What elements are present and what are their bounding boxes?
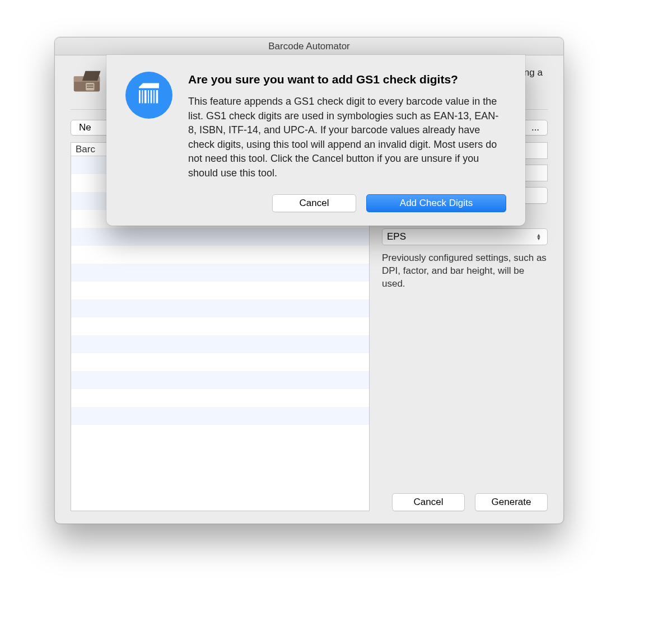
chevron-updown-icon: ▲▼: [535, 233, 543, 240]
table-row[interactable]: [71, 228, 369, 246]
window-title: Barcode Automator: [268, 41, 350, 52]
barcode-app-icon: [125, 72, 172, 119]
table-row[interactable]: [71, 282, 369, 300]
sheet-title: Are you sure you want to add GS1 check d…: [188, 72, 506, 87]
table-row[interactable]: [71, 389, 369, 407]
generate-button[interactable]: Generate: [475, 493, 548, 511]
table-row[interactable]: [71, 300, 369, 317]
svg-rect-7: [142, 90, 143, 103]
sheet-body: This feature appends a GS1 check digit t…: [188, 95, 506, 180]
titlebar[interactable]: Barcode Automator: [55, 38, 563, 55]
table-row[interactable]: [71, 371, 369, 389]
svg-rect-11: [153, 90, 155, 103]
cancel-button[interactable]: Cancel: [392, 493, 465, 511]
app-icon: [71, 67, 103, 99]
sheet-confirm-button[interactable]: Add Check Digits: [366, 194, 506, 212]
table-row[interactable]: [71, 246, 369, 264]
svg-rect-9: [148, 90, 149, 103]
svg-rect-4: [87, 85, 94, 86]
bottom-buttons: Cancel Generate: [382, 482, 548, 511]
sheet-buttons: Cancel Add Check Digits: [125, 194, 506, 212]
svg-rect-6: [139, 90, 141, 103]
output-format-value: EPS: [387, 231, 406, 242]
output-format-select[interactable]: EPS ▲▼: [382, 228, 548, 245]
sheet-cancel-button[interactable]: Cancel: [272, 194, 356, 212]
table-row[interactable]: [71, 425, 369, 443]
confirm-sheet: Are you sure you want to add GS1 check d…: [106, 55, 525, 226]
table-row[interactable]: [71, 335, 369, 353]
table-row[interactable]: [71, 264, 369, 282]
table-row[interactable]: [71, 317, 369, 335]
svg-rect-8: [144, 90, 147, 103]
table-row[interactable]: [71, 353, 369, 371]
svg-rect-5: [87, 87, 94, 88]
settings-hint: Previously configured settings, such as …: [382, 252, 548, 291]
svg-rect-12: [156, 90, 158, 103]
svg-rect-3: [86, 83, 94, 91]
svg-rect-2: [82, 71, 101, 81]
table-row[interactable]: [71, 407, 369, 425]
more-button[interactable]: ...: [523, 120, 548, 135]
svg-rect-10: [151, 90, 152, 103]
